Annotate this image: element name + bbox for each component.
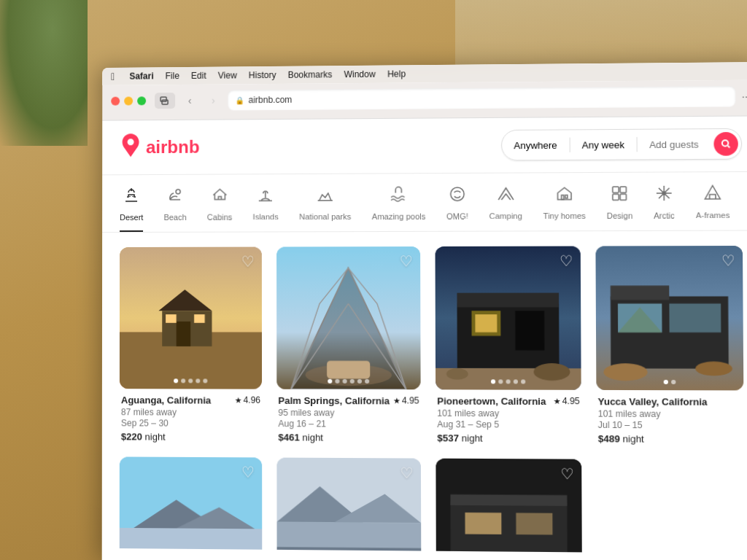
a-frames-icon [703, 184, 721, 206]
category-desert[interactable]: Desert [120, 187, 143, 232]
airbnb-logo[interactable]: airbnb [120, 133, 199, 162]
listing-aguanga-price: $220 night [121, 431, 260, 443]
category-tiny-homes[interactable]: Tiny homes [543, 184, 585, 230]
lock-icon: 🔒 [235, 96, 244, 104]
category-omg[interactable]: OMG! [446, 185, 468, 231]
listing-yucca-favorite[interactable]: ♡ [721, 253, 735, 268]
svg-rect-25 [457, 293, 559, 308]
listing-palm-springs-location: Palm Springs, California [278, 395, 390, 407]
listing-aguanga-dates: Sep 25 – 30 [121, 418, 260, 429]
design-icon [611, 184, 629, 207]
desert-icon [123, 187, 140, 209]
svg-rect-36 [669, 303, 721, 332]
listing-pioneertown-dates: Aug 31 – Sep 5 [437, 419, 580, 430]
listing-7[interactable]: ♡ [436, 459, 582, 554]
tiny-homes-icon [555, 184, 573, 207]
listing-pioneertown-image: ♡ [436, 246, 581, 390]
close-button[interactable] [111, 97, 120, 106]
menu-window[interactable]: Window [344, 69, 375, 79]
category-nav: Desert Beach [102, 172, 747, 233]
search-submit-button[interactable] [713, 132, 738, 156]
back-button[interactable]: ‹ [181, 93, 198, 109]
svg-rect-1 [162, 100, 168, 104]
add-guests-button[interactable]: Add guests [637, 133, 711, 156]
listing-5-favorite[interactable]: ♡ [241, 464, 255, 479]
listing-palm-springs-distance: 95 miles away [278, 408, 419, 419]
listing-pioneertown-rating: ★ 4.95 [553, 396, 580, 406]
listing-aguanga[interactable]: ♡ Aguanga, California [120, 247, 262, 443]
listing-palm-springs-dots [328, 379, 369, 384]
address-bar[interactable]: 🔒 airbnb.com [228, 86, 735, 111]
category-cabins[interactable]: Cabins [207, 186, 232, 231]
listing-palm-springs-rating: ★ 4.95 [392, 395, 419, 405]
menu-view[interactable]: View [218, 70, 237, 80]
menu-edit[interactable]: Edit [191, 71, 206, 81]
listing-yucca-valley[interactable]: ♡ Yucca Valley, California 101 miles awa… [595, 246, 743, 445]
listing-yucca-price: $489 night [598, 433, 743, 445]
desert-label: Desert [120, 213, 143, 222]
menu-safari[interactable]: Safari [129, 71, 153, 81]
menu-history[interactable]: History [249, 70, 276, 80]
svg-rect-7 [565, 195, 568, 198]
category-a-frames[interactable]: A-frames [696, 184, 730, 230]
laptop-screen:  Safari File Edit View History Bookmark… [102, 62, 747, 560]
listing-aguanga-dots [174, 378, 207, 383]
listing-palm-springs-image: ♡ [276, 246, 421, 389]
svg-point-31 [446, 368, 468, 380]
svg-point-4 [176, 190, 180, 194]
svg-rect-18 [166, 314, 177, 323]
svg-point-38 [603, 363, 647, 381]
listing-yucca-dots [664, 380, 676, 384]
listing-aguanga-favorite[interactable]: ♡ [241, 254, 255, 269]
plant-decoration [0, 0, 88, 146]
beach-label: Beach [163, 213, 186, 222]
islands-label: Islands [253, 212, 279, 221]
svg-rect-8 [613, 187, 619, 192]
category-camping[interactable]: Camping [489, 185, 522, 231]
listing-pioneertown[interactable]: ♡ Pioneertown, California [436, 246, 582, 445]
anywhere-button[interactable]: Anywhere [502, 133, 569, 157]
listing-yucca-info: Yucca Valley, California 101 miles away … [596, 396, 743, 445]
minimize-button[interactable] [124, 96, 133, 105]
menu-help[interactable]: Help [387, 69, 406, 79]
svg-rect-52 [450, 494, 567, 506]
listing-6[interactable]: ♡ [276, 458, 421, 554]
amazing-pools-label: Amazing pools [372, 212, 426, 221]
listing-pioneertown-distance: 101 miles away [437, 408, 580, 419]
browser-chrome: ‹ › 🔒 airbnb.com ··· [102, 80, 747, 121]
listing-pioneertown-favorite[interactable]: ♡ [560, 254, 573, 268]
omg-label: OMG! [446, 211, 468, 220]
svg-point-30 [533, 363, 570, 381]
camping-icon [497, 185, 515, 207]
menu-bookmarks[interactable]: Bookmarks [288, 69, 333, 80]
svg-point-2 [722, 140, 728, 146]
listing-6-favorite[interactable]: ♡ [400, 466, 413, 481]
category-design[interactable]: Design [607, 184, 633, 230]
airbnb-page: airbnb Anywhere Any week Add guests [102, 116, 747, 560]
svg-rect-34 [611, 286, 670, 300]
listing-palm-springs[interactable]: ♡ Palm Springs, California [276, 246, 421, 443]
listing-palm-springs-price: $461 night [278, 432, 419, 443]
any-week-button[interactable]: Any week [570, 133, 636, 156]
tab-group-button[interactable] [155, 93, 175, 109]
listing-yucca-location: Yucca Valley, California [598, 396, 708, 408]
apple-menu[interactable]:  [111, 71, 115, 82]
svg-rect-17 [177, 322, 190, 346]
menu-file[interactable]: File [166, 71, 179, 81]
browser-toolbar: ‹ › 🔒 airbnb.com ··· [111, 86, 747, 112]
category-national-parks[interactable]: National parks [299, 186, 351, 232]
more-options-button[interactable]: ··· [742, 90, 747, 102]
category-islands[interactable]: Islands [253, 186, 279, 231]
category-arctic[interactable]: Arctic [654, 184, 675, 230]
fullscreen-button[interactable] [137, 96, 146, 105]
cabins-icon [211, 187, 228, 209]
listing-palm-springs-favorite[interactable]: ♡ [400, 254, 413, 268]
forward-button[interactable]: › [204, 93, 222, 109]
airbnb-header: airbnb Anywhere Any week Add guests [102, 116, 747, 175]
listing-5[interactable]: ♡ [120, 456, 263, 553]
category-amazing-pools[interactable]: Amazing pools [372, 185, 426, 231]
search-bar[interactable]: Anywhere Any week Add guests [501, 128, 742, 161]
category-beach[interactable]: Beach [163, 187, 186, 232]
svg-rect-19 [194, 314, 205, 323]
listing-7-favorite[interactable]: ♡ [560, 467, 574, 482]
